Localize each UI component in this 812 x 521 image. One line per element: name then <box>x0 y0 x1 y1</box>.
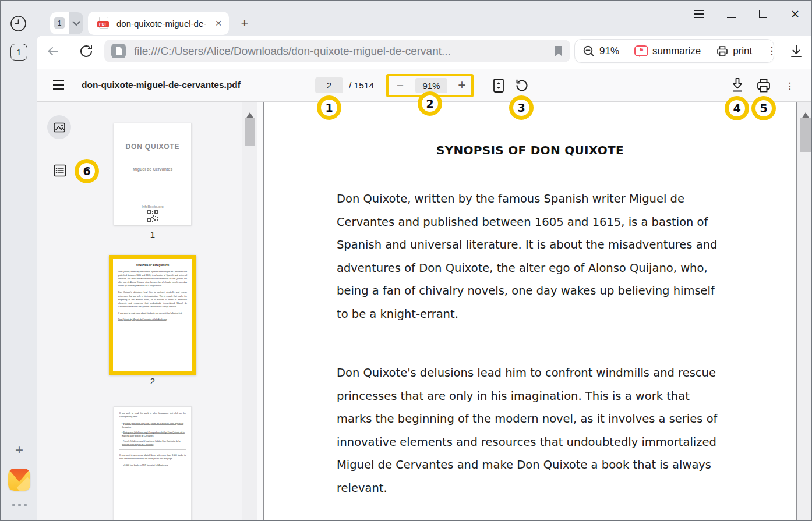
annotation-step-2: 2 <box>418 91 442 116</box>
browser-left-rail: 1 + <box>1 1 37 520</box>
window-close-button[interactable]: ✕ <box>788 6 803 22</box>
thumb3-bullet: • Spanish (InfoLibros.org) Don Quijote d… <box>119 421 186 428</box>
main-scrollbar-thumb[interactable] <box>800 118 811 152</box>
printer-icon <box>716 45 729 58</box>
annotation-step-5: 5 <box>751 96 776 120</box>
tab-title: don-quixote-miguel-de- <box>116 19 211 29</box>
new-tab-button[interactable]: + <box>236 15 253 32</box>
tab-active[interactable]: PDF don-quixote-miguel-de- ✕ <box>88 12 229 35</box>
rail-add-button[interactable]: + <box>11 442 27 458</box>
tab-group-expand[interactable] <box>69 12 83 34</box>
annotation-step-1: 1 <box>317 95 341 120</box>
workspace-tile[interactable]: 1 <box>10 44 27 61</box>
print-label: print <box>733 45 752 57</box>
pdf-file-icon: PDF <box>97 17 111 30</box>
thumb2-para3: If you want to read more about this book… <box>118 311 187 315</box>
page-number-input[interactable] <box>315 77 343 93</box>
summarize-label: summarize <box>652 45 701 57</box>
thumb2-link: Don Quixote by Miguel de Cervantes at In… <box>118 318 187 321</box>
window-minimize-button[interactable] <box>723 6 739 22</box>
sidebar-scrollbar[interactable] <box>242 102 257 521</box>
document-paragraph: Don Quixote's delusions lead him to conf… <box>337 361 723 499</box>
main-scroll-up-icon[interactable] <box>802 108 810 119</box>
thumb3-final-bullet: • +3,500 free books in PDF format at Inf… <box>119 463 186 467</box>
address-bar[interactable]: file:///C:/Users/Alice/Downloads/don-qui… <box>104 40 570 62</box>
mail-app-icon[interactable] <box>8 469 30 491</box>
window-maximize-button[interactable] <box>755 6 771 22</box>
tab-group-count: 1 <box>54 17 65 29</box>
back-icon[interactable] <box>45 43 61 59</box>
window-menu-icon[interactable] <box>691 6 707 22</box>
thumb3-bullet: • French (InfoLivres.org) L'ingénieux hi… <box>119 440 186 446</box>
downloads-icon[interactable] <box>788 43 804 59</box>
summarize-button[interactable]: ❝ summarize <box>627 40 708 62</box>
page-actions-pill: 91% ❝ summarize print ⋮ <box>574 39 774 63</box>
thumb3-outro: If you want to access our digital librar… <box>119 453 186 460</box>
chevron-down-icon <box>72 21 80 26</box>
bookmark-icon[interactable] <box>554 45 563 57</box>
outline-view-icon[interactable] <box>52 163 68 178</box>
thumbnails-view-icon[interactable] <box>47 115 71 139</box>
thumbnail-2-label: 2 <box>114 376 192 386</box>
qr-code <box>146 210 159 222</box>
sidebar-scrollbar-thumb[interactable] <box>245 118 255 146</box>
thumbnail-page-1[interactable]: DON QUIXOTE Miguel de Cervantes InfoBook… <box>114 123 192 225</box>
pdf-print-icon[interactable] <box>756 77 771 94</box>
url-text: file:///C:/Users/Alice/Downloads/don-qui… <box>134 45 549 58</box>
pdf-download-icon[interactable] <box>730 77 745 94</box>
history-icon[interactable] <box>10 15 27 32</box>
page-actions-more-icon[interactable]: ⋮ <box>760 45 783 57</box>
pdf-filename: don-quixote-miguel-de-cervantes.pdf <box>82 80 241 90</box>
thumb2-heading: SYNOPSIS OF DON QUIXOTE <box>118 264 187 267</box>
zoom-out-icon <box>582 45 595 58</box>
pdf-sidebar: DON QUIXOTE Miguel de Cervantes InfoBook… <box>37 102 263 521</box>
annotation-step-6: 6 <box>75 159 99 183</box>
page-zoom-button[interactable]: 91% <box>575 40 627 62</box>
thumbnail-page-3[interactable]: If you wish to read this work in other l… <box>114 406 192 521</box>
rail-more-button[interactable] <box>9 504 30 506</box>
thumbnail-1-label: 1 <box>114 229 192 239</box>
sidebar-scroll-up-icon[interactable] <box>246 108 254 119</box>
thumb3-bullet: • Portuguese (InfoLivros.org) O engenhos… <box>119 431 186 438</box>
page-zoom-value: 91% <box>599 45 619 57</box>
main-scrollbar[interactable] <box>796 102 812 521</box>
document-paragraph: Don Quixote, written by the famous Spani… <box>337 187 723 325</box>
reload-icon[interactable] <box>78 43 94 59</box>
print-button[interactable]: print <box>708 40 760 62</box>
rail-divider <box>9 495 29 495</box>
thumb3-intro: If you wish to read this work in other l… <box>119 412 186 419</box>
browser-window: 1 + 1 PDF don-quixote-miguel-de- ✕ + ✕ <box>0 0 812 521</box>
thumb1-source: InfoBooks.org <box>114 205 191 208</box>
thumbnail-page-2-selected[interactable]: SYNOPSIS OF DON QUIXOTE Don Quixote, wri… <box>109 255 196 375</box>
page-count: / 1514 <box>349 80 374 91</box>
annotation-step-4: 4 <box>725 96 749 120</box>
tab-group-button[interactable]: 1 <box>50 12 83 34</box>
page-file-icon[interactable] <box>111 44 126 58</box>
pdf-page-view: SYNOPSIS OF DON QUIXOTE Don Quixote, wri… <box>264 102 796 521</box>
thumb1-title: DON QUIXOTE <box>114 143 191 151</box>
close-tab-icon[interactable]: ✕ <box>215 19 222 28</box>
summarize-icon: ❝ <box>634 45 648 56</box>
thumb2-para1: Don Quixote, written by the famous Spani… <box>118 270 187 288</box>
rotate-icon[interactable] <box>514 78 529 93</box>
thumb3-divider <box>119 449 186 450</box>
annotation-step-3: 3 <box>509 95 534 120</box>
fit-to-page-icon[interactable] <box>491 77 506 94</box>
thumb1-author: Miguel de Cervantes <box>114 167 191 171</box>
thumb2-para2: Don Quixote's delusions lead him to conf… <box>118 290 187 309</box>
pdf-more-icon[interactable]: ⋮ <box>785 77 795 94</box>
document-title: SYNOPSIS OF DON QUIXOTE <box>337 143 723 157</box>
pdf-menu-icon[interactable] <box>53 80 66 90</box>
